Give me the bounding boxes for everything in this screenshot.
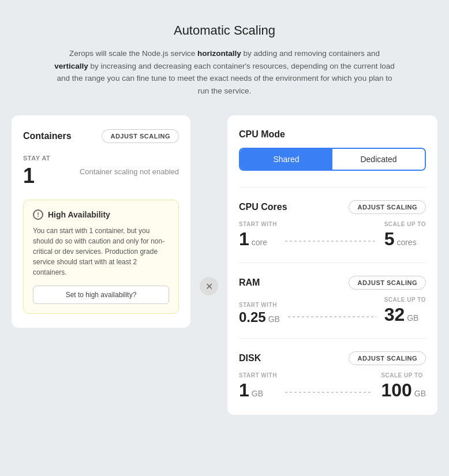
- cpu-cores-title: CPU Cores: [239, 202, 287, 212]
- cpu-mode-section: CPU Mode Shared Dedicated: [239, 129, 426, 171]
- disk-section: DISK ADJUST SCALING START WITH 1 GB SCAL…: [239, 351, 426, 401]
- main-layout: Containers ADJUST SCALING STAY AT 1 Cont…: [12, 115, 437, 415]
- cpu-cores-adjust-scaling-button[interactable]: ADJUST SCALING: [349, 200, 426, 214]
- containers-title: Containers: [23, 131, 72, 141]
- cpu-start-unit: core: [252, 238, 267, 247]
- ram-adjust-scaling-button[interactable]: ADJUST SCALING: [349, 276, 426, 290]
- high-availability-alert: ! High Availability You can start with 1…: [23, 200, 179, 314]
- cpu-scale-label: SCALE UP TO: [384, 221, 426, 227]
- disk-header: DISK ADJUST SCALING: [239, 351, 426, 365]
- ha-title: ! High Availability: [33, 209, 169, 220]
- disk-start-label: START WITH: [239, 372, 277, 378]
- cpu-scale-value: 5: [384, 228, 395, 250]
- cpu-mode-title: CPU Mode: [239, 129, 426, 140]
- cpu-scale-unit: cores: [396, 238, 416, 247]
- shared-mode-button[interactable]: Shared: [240, 149, 332, 170]
- page-title: Automatic Scaling: [174, 23, 275, 38]
- close-button-wrapper: ✕: [200, 115, 218, 295]
- dedicated-mode-button[interactable]: Dedicated: [332, 149, 425, 170]
- containers-scaling-row: STAY AT 1 Container scaling not enabled: [23, 155, 179, 188]
- disk-start-unit: GB: [252, 389, 263, 398]
- disk-start-value: 1: [239, 380, 249, 401]
- cpu-start-label: START WITH: [239, 221, 277, 227]
- cpu-start-value: 1: [239, 228, 249, 250]
- disk-scale-up: SCALE UP TO 100 GB: [381, 372, 426, 401]
- ram-header: RAM ADJUST SCALING: [239, 276, 426, 290]
- ram-scale-up: SCALE UP TO 32 GB: [384, 297, 426, 325]
- divider-3: [239, 338, 426, 339]
- disk-adjust-scaling-button[interactable]: ADJUST SCALING: [349, 351, 426, 365]
- disk-start-with: START WITH 1 GB: [239, 372, 277, 401]
- ram-section: RAM ADJUST SCALING START WITH 0.25 GB SC…: [239, 276, 426, 325]
- containers-panel: Containers ADJUST SCALING STAY AT 1 Cont…: [12, 115, 190, 328]
- ram-start-with: START WITH 0.25 GB: [239, 302, 280, 325]
- disk-scale-label: SCALE UP TO: [381, 372, 426, 378]
- cpu-cores-values: START WITH 1 core SCALE UP TO 5 cores: [239, 221, 426, 250]
- ram-start-unit: GB: [268, 314, 280, 324]
- ram-values: START WITH 0.25 GB SCALE UP TO 32 GB: [239, 297, 426, 325]
- cpu-cores-section: CPU Cores ADJUST SCALING START WITH 1 co…: [239, 200, 426, 250]
- containers-adjust-scaling-button[interactable]: ADJUST SCALING: [102, 129, 179, 143]
- cpu-cores-header: CPU Cores ADJUST SCALING: [239, 200, 426, 214]
- containers-header: Containers ADJUST SCALING: [23, 129, 179, 143]
- ha-description: You can start with 1 container, but you …: [33, 226, 169, 278]
- divider-1: [239, 187, 426, 188]
- disk-values: START WITH 1 GB SCALE UP TO 100 GB: [239, 372, 426, 401]
- disk-title: DISK: [239, 353, 261, 363]
- ram-title: RAM: [239, 278, 260, 288]
- page-description: Zerops will scale the Node.js service ho…: [51, 47, 398, 97]
- scaling-disabled-text: Container scaling not enabled: [80, 167, 179, 176]
- ram-scale-unit: GB: [407, 313, 418, 323]
- ram-start-label: START WITH: [239, 302, 280, 308]
- set-high-availability-button[interactable]: Set to high availability?: [33, 286, 169, 304]
- stay-at-label: STAY AT: [23, 155, 50, 162]
- close-button[interactable]: ✕: [200, 277, 218, 295]
- ram-dash-line: [288, 316, 376, 317]
- warning-icon: !: [33, 209, 43, 220]
- divider-2: [239, 263, 426, 263]
- disk-scale-value: 100: [381, 380, 411, 401]
- stay-at-group: STAY AT 1: [23, 155, 50, 188]
- cpu-scale-up: SCALE UP TO 5 cores: [384, 221, 426, 250]
- disk-dash-line: [285, 392, 373, 393]
- ram-scale-label: SCALE UP TO: [384, 297, 426, 303]
- ram-scale-value: 32: [384, 304, 405, 325]
- disk-scale-unit: GB: [414, 389, 426, 398]
- ram-start-value: 0.25: [239, 309, 266, 325]
- cpu-start-with: START WITH 1 core: [239, 221, 277, 250]
- right-panel: CPU Mode Shared Dedicated CPU Cores ADJU…: [227, 115, 437, 415]
- cpu-dash-line: [285, 241, 376, 242]
- cpu-mode-toggle: Shared Dedicated: [239, 148, 426, 171]
- stay-at-value: 1: [23, 164, 50, 188]
